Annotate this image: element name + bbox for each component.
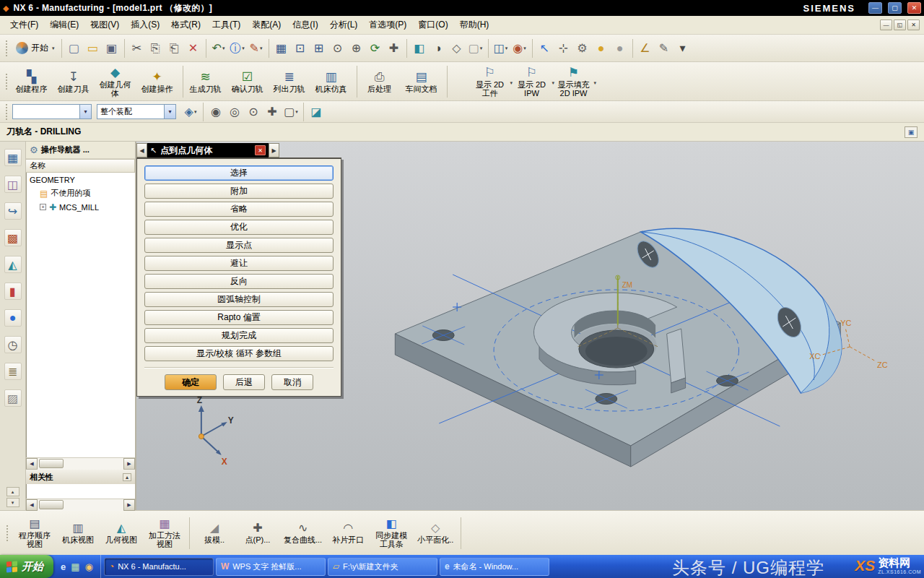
render-style-icon[interactable]: ◑: [429, 38, 448, 59]
scroll-left-icon[interactable]: ◀: [26, 458, 38, 470]
resource-scroll-down-icon[interactable]: ▾: [6, 498, 19, 507]
measure-icon[interactable]: ∠: [636, 38, 655, 59]
scroll-thumb[interactable]: [39, 459, 64, 468]
ok-button[interactable]: 确定: [165, 374, 217, 390]
menu-item-5[interactable]: 工具(T): [206, 17, 246, 33]
part-navigator-icon[interactable]: ↪: [4, 202, 22, 220]
zoom-in-out-icon[interactable]: ⊕: [347, 38, 366, 59]
csys-grid-icon[interactable]: ▦: [272, 38, 291, 59]
internet-browser-icon[interactable]: ●: [4, 309, 22, 327]
program-order-view-button[interactable]: ▤程序顺序视图: [13, 516, 56, 550]
machine-tool-view-button[interactable]: ▥机床视图: [56, 520, 100, 545]
tree-row-0[interactable]: GEOMETRY: [27, 173, 135, 186]
mdi-close-button[interactable]: ✕: [907, 20, 920, 30]
create-program-button[interactable]: ▚创建程序: [12, 69, 54, 95]
more-tools-caret-icon[interactable]: ▾: [674, 38, 692, 59]
minimize-button[interactable]: —: [868, 2, 882, 14]
open-icon[interactable]: ▭: [84, 38, 103, 59]
fit-view-icon[interactable]: ⊡: [291, 38, 310, 59]
gear-icon[interactable]: ⚙: [573, 38, 592, 59]
taskbar-task-3[interactable]: e未命名 - Window...: [440, 558, 549, 576]
dialog-button-4[interactable]: 显示点: [144, 238, 334, 253]
cancel-button[interactable]: 取消: [271, 374, 313, 390]
point-button[interactable]: ✚点(P)...: [236, 520, 279, 545]
sphere-gray-icon[interactable]: ●: [611, 38, 629, 59]
create-tool-button[interactable]: ↧创建刀具: [54, 69, 96, 95]
assembly-navigator-icon[interactable]: ▦: [4, 149, 22, 166]
selection-arrow-icon[interactable]: ↖: [536, 38, 554, 59]
start-button[interactable]: 开始: [0, 555, 53, 578]
show-2d-ipw-button[interactable]: ⚐显示 2DIPW▾: [513, 64, 554, 99]
dialog-button-1[interactable]: 附加: [144, 184, 334, 199]
generate-toolpath-button[interactable]: ≋生成刀轨: [186, 69, 228, 95]
scroll-right-icon[interactable]: ▶: [123, 458, 135, 470]
menu-item-9[interactable]: 首选项(P): [363, 17, 412, 33]
dependencies-hscrollbar[interactable]: ◀ ▶: [26, 499, 135, 510]
taskbar-task-0[interactable]: ◔NX 6 - Manufactu...: [104, 558, 214, 576]
info-icon[interactable]: ⓘ▾: [228, 38, 247, 59]
undo-icon[interactable]: ↶▾: [209, 38, 228, 59]
composite-curve-button[interactable]: ∿复合曲线...: [279, 520, 326, 545]
section-collapse-icon[interactable]: ▴: [123, 473, 131, 481]
dialog-button-8[interactable]: Rapto 偏置: [144, 310, 334, 325]
magnifier-icon[interactable]: ⊙: [328, 38, 347, 59]
geometry-view-button[interactable]: ◭几何视图: [100, 520, 143, 545]
edit-icon[interactable]: ✎▾: [247, 38, 266, 59]
menu-item-10[interactable]: 窗口(O): [412, 17, 453, 33]
snap-mid-point-icon[interactable]: ◎: [225, 102, 244, 122]
menu-item-1[interactable]: 编辑(E): [44, 17, 84, 33]
dialog-button-6[interactable]: 反向: [144, 274, 334, 289]
cut-icon[interactable]: ✂: [128, 38, 147, 59]
combo-caret-icon[interactable]: ▾: [164, 105, 175, 118]
paste-icon[interactable]: ⎗: [165, 38, 184, 59]
dialog-button-5[interactable]: 避让: [144, 256, 334, 271]
menu-item-7[interactable]: 信息(I): [287, 17, 323, 33]
scroll-right-icon[interactable]: ▶: [123, 499, 135, 511]
draft-button[interactable]: ◢拔模..: [193, 520, 236, 545]
taskbar-task-1[interactable]: WWPS 文字 抢鲜版...: [216, 558, 326, 576]
notes-icon[interactable]: ≣: [4, 363, 22, 380]
show-2d-workpiece-button[interactable]: ⚐显示 2D工件▾: [471, 64, 513, 99]
dialog-button-3[interactable]: 优化: [144, 220, 334, 235]
navigator-hscrollbar[interactable]: ◀ ▶: [26, 457, 135, 469]
show-filled-2d-ipw-button[interactable]: ⚑显示填充2D IPW▾: [554, 64, 596, 99]
dialog-title-bar[interactable]: ↖ 点到点几何体 ✕: [147, 143, 269, 158]
mdi-minimize-button[interactable]: —: [880, 20, 892, 30]
dialog-button-0[interactable]: 选择: [144, 165, 334, 181]
pan-view-icon[interactable]: ✚: [385, 38, 404, 59]
menu-item-2[interactable]: 视图(V): [84, 17, 125, 33]
snap-end-point-icon[interactable]: ◉: [206, 102, 225, 122]
create-geometry-button[interactable]: ◆创建几何体: [96, 64, 138, 99]
delete-icon[interactable]: ✕: [184, 38, 203, 59]
close-button[interactable]: ✕: [907, 2, 921, 14]
menu-item-11[interactable]: 帮助(H): [454, 17, 495, 33]
create-operation-button[interactable]: ✦创建操作: [138, 69, 180, 95]
copy-icon[interactable]: ⎘: [147, 38, 165, 59]
navigator-header[interactable]: ⚙ 操作导航器 ...: [26, 142, 135, 159]
verify-toolpath-button[interactable]: ☑确认刀轨: [228, 69, 270, 95]
save-icon[interactable]: ▣: [103, 38, 121, 59]
start-menu-button[interactable]: 开始 ▾: [12, 40, 58, 56]
shaded-view-icon[interactable]: ◧: [410, 38, 429, 59]
dialog-button-2[interactable]: 省略: [144, 202, 334, 217]
resource-scroll-up-icon[interactable]: ▴: [6, 487, 19, 496]
dialog-back-button[interactable]: ◀: [136, 143, 147, 158]
quick-launch-player-icon[interactable]: ◉: [85, 561, 93, 572]
background-icon[interactable]: ▢▾: [466, 38, 485, 59]
dialog-forward-button[interactable]: ▶: [269, 143, 279, 158]
dependencies-section[interactable]: 相关性 ▴: [26, 469, 135, 484]
palette-icon[interactable]: ▨: [4, 389, 22, 407]
sketch-line-icon[interactable]: ✎: [655, 38, 674, 59]
dialog-button-10[interactable]: 显示/校核 循环 参数组: [144, 346, 334, 361]
analysis-monitor-icon[interactable]: ▮: [4, 282, 22, 300]
quick-launch-desktop-icon[interactable]: ▦: [71, 561, 79, 572]
dialog-close-icon[interactable]: ✕: [255, 145, 266, 155]
scroll-left-icon[interactable]: ◀: [26, 499, 38, 511]
back-button[interactable]: 后退: [223, 374, 265, 390]
machining-method-view-button[interactable]: ▦加工方法视图: [143, 516, 186, 550]
combo-caret-icon[interactable]: ▾: [79, 105, 91, 118]
menu-item-8[interactable]: 分析(L): [324, 17, 364, 33]
post-process-button[interactable]: ⎙后处理: [360, 69, 402, 95]
sphere-gold-icon[interactable]: ●: [592, 38, 611, 59]
constraint-navigator-icon[interactable]: ◫: [4, 176, 22, 193]
